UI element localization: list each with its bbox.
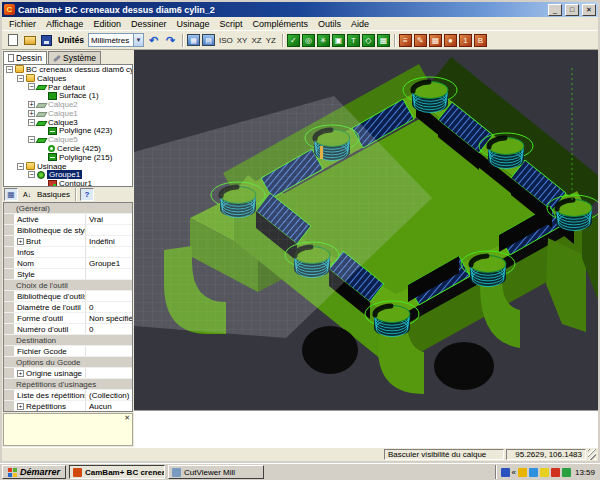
help-toggle-button[interactable]: ? [80, 188, 94, 201]
prop-value[interactable] [86, 291, 132, 301]
script-icon-6[interactable]: B [474, 34, 487, 47]
tree-item-polyligne-215[interactable]: Polyligne (215) [4, 153, 132, 162]
prop-row-repetitions[interactable]: +RépétitionsAucun [4, 401, 132, 412]
menu-edition[interactable]: Edition [88, 19, 126, 29]
collapse-icon[interactable]: − [28, 83, 35, 90]
view-xy-button[interactable]: XY [235, 35, 250, 46]
expand-icon[interactable]: + [28, 101, 35, 108]
tree-item-cercle-425[interactable]: Cercle (425) [4, 144, 132, 153]
units-select[interactable]: Millimètres ▼ [88, 33, 144, 47]
prop-category-options-du-gcode[interactable]: Options du Gcode [4, 357, 132, 368]
menu-usinage[interactable]: Usinage [171, 19, 214, 29]
save-file-button[interactable] [39, 33, 54, 48]
taskbar-button-cutviewer-mill[interactable]: CutViewer Mill [168, 465, 264, 479]
close-button[interactable]: ✕ [582, 4, 596, 16]
security-shield-icon[interactable] [518, 468, 527, 477]
script-icon-1[interactable]: ≡ [399, 34, 412, 47]
script-icon-5[interactable]: 1 [459, 34, 472, 47]
script-icon-3[interactable]: ▦ [429, 34, 442, 47]
tray-icon-2[interactable] [529, 468, 538, 477]
menu-complements[interactable]: Compléments [247, 19, 313, 29]
script-icon-2[interactable]: ✎ [414, 34, 427, 47]
prop-value[interactable]: Groupe1 [86, 258, 132, 268]
prop-row-numero-d-outil[interactable]: Numéro d'outil0 [4, 324, 132, 335]
categorized-view-button[interactable]: ▦ [4, 188, 18, 201]
title-bar[interactable]: C CamBam+ BC creneaux dessus diam6 cylin… [2, 2, 598, 17]
tree-item-calque5[interactable]: −Calque5 [4, 135, 132, 144]
tray-icon-4[interactable] [551, 468, 560, 477]
tree-item-contour1[interactable]: Contour1 [4, 179, 132, 187]
prop-row-brut[interactable]: +BrutIndéfini [4, 236, 132, 247]
prop-value[interactable]: Indéfini [86, 236, 132, 246]
prop-value[interactable]: (Collection) [86, 390, 132, 400]
view-yz-button[interactable]: YZ [264, 35, 278, 46]
op-text-icon[interactable]: T [347, 34, 360, 47]
collapse-icon[interactable]: − [17, 163, 24, 170]
hide-icons-chevron[interactable]: « [512, 468, 516, 477]
op-3d-icon[interactable]: ▦ [377, 34, 390, 47]
op-pocket-icon[interactable]: ◎ [302, 34, 315, 47]
tray-icon-5[interactable] [562, 468, 571, 477]
view-xz-button[interactable]: XZ [249, 35, 263, 46]
prop-row-style[interactable]: Style [4, 269, 132, 280]
shaded-view-icon[interactable]: ▤ [202, 34, 215, 46]
start-button[interactable]: Démarrer [2, 465, 66, 479]
prop-row-nom[interactable]: NomGroupe1 [4, 258, 132, 269]
expand-icon[interactable]: + [28, 110, 35, 117]
expand-icon[interactable]: + [17, 238, 24, 245]
tree-item-calques[interactable]: −Calques [4, 74, 132, 83]
prop-row-forme-d-outil[interactable]: Forme d'outilNon spécifié [4, 313, 132, 324]
prop-row-fichier-gcode[interactable]: Fichier Gcode [4, 346, 132, 357]
prop-row-bibliotheque-de-styles[interactable]: Bibliothèque de styles [4, 225, 132, 236]
prop-value[interactable]: 0 [86, 324, 132, 334]
tree-item-surface-1[interactable]: Surface (1) [4, 91, 132, 100]
prop-value[interactable] [86, 346, 132, 356]
menu-fichier[interactable]: Fichier [4, 19, 41, 29]
prop-value[interactable] [86, 247, 132, 257]
prop-value[interactable]: Non spécifié [86, 313, 132, 323]
menu-dessiner[interactable]: Dessiner [126, 19, 172, 29]
expand-icon[interactable]: + [17, 370, 24, 377]
tree-item-calque3[interactable]: −Calque3 [4, 118, 132, 127]
prop-row-diametre-de-l-outil[interactable]: Diamètre de l'outil0 [4, 302, 132, 313]
tray-icon-1[interactable] [501, 468, 510, 477]
collapse-icon[interactable]: − [6, 66, 13, 73]
prop-row-bibliotheque-d-outils[interactable]: Bibliothèque d'outils [4, 291, 132, 302]
resize-grip[interactable] [588, 449, 596, 460]
collapse-icon[interactable]: − [28, 171, 35, 178]
prop-value[interactable] [86, 269, 132, 279]
op-engrave-icon[interactable]: ▣ [332, 34, 345, 47]
open-file-button[interactable] [22, 33, 37, 48]
prop-row-origine-usinage[interactable]: +Origine usinage [4, 368, 132, 379]
tree-item-calque2[interactable]: +Calque2 [4, 100, 132, 109]
prop-value[interactable]: Aucun [86, 401, 132, 411]
tab-systeme[interactable]: Système [48, 51, 101, 64]
prop-row-liste-des-repetitions[interactable]: Liste des répétitions(Collection) [4, 390, 132, 401]
collapse-icon[interactable]: − [28, 136, 35, 143]
prop-value[interactable] [86, 368, 132, 378]
menu-affichage[interactable]: Affichage [41, 19, 88, 29]
prop-row-infos[interactable]: Infos [4, 247, 132, 258]
op-drill-icon[interactable]: ✳ [317, 34, 330, 47]
tree-item-par-defaut[interactable]: −Par défaut [4, 83, 132, 92]
menu-script[interactable]: Script [214, 19, 247, 29]
prop-row-active[interactable]: ActivéVrai [4, 214, 132, 225]
maximize-button[interactable]: □ [565, 4, 579, 16]
menu-outils[interactable]: Outils [313, 19, 346, 29]
alphabetical-sort-button[interactable]: A↓ [20, 188, 34, 201]
taskbar-button-cambam-bc-crenea[interactable]: CamBam+ BC crenea... [69, 465, 165, 479]
tree-item-usinage[interactable]: −Usinage [4, 162, 132, 171]
tree-item-bc-creneaux-dessus-diam6-cylin-2[interactable]: −BC creneaux dessus diam6 cylin_2 [4, 65, 132, 74]
tree-item-groupe1[interactable]: −Groupe1 [4, 171, 132, 180]
prop-value[interactable]: Vrai [86, 214, 132, 224]
viewport-3d[interactable] [134, 50, 598, 410]
prop-category-choix-de-l-outil[interactable]: Choix de l'outil [4, 280, 132, 291]
collapse-icon[interactable]: − [28, 119, 35, 126]
minimize-button[interactable]: _ [548, 4, 562, 16]
tree-item-polyligne-423[interactable]: Polyligne (423) [4, 127, 132, 136]
wireframe-view-icon[interactable]: ▦ [187, 34, 200, 46]
redo-button[interactable]: ↷ [163, 33, 178, 48]
tab-dessin[interactable]: Dessin [3, 51, 47, 64]
new-file-button[interactable] [5, 33, 20, 48]
prop-category-repetitions-d-usinages[interactable]: Répétitions d'usinages [4, 379, 132, 390]
